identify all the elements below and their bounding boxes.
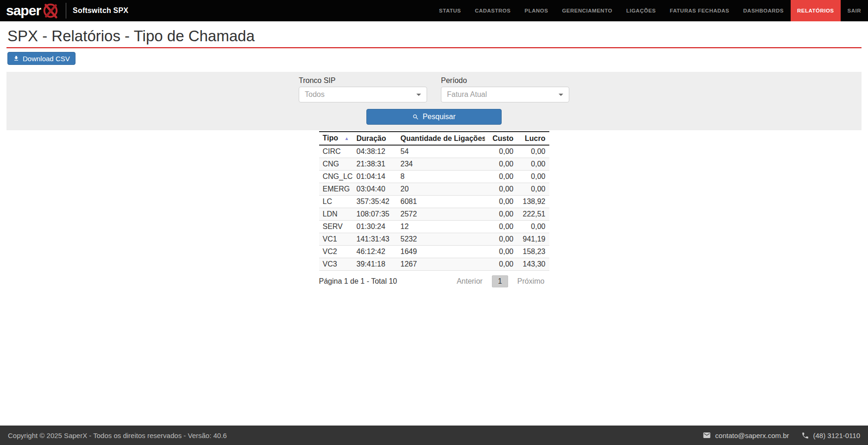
cell-lucro: 941,19 <box>517 233 549 246</box>
nav-item-dashboards[interactable]: DASHBOARDS <box>736 0 791 21</box>
column-header-tipo[interactable]: Tipo ▲ <box>319 132 353 145</box>
column-header-custo[interactable]: Custo <box>485 132 517 145</box>
main-content: SPX - Relatórios - Tipo de Chamada Downl… <box>0 27 868 287</box>
sort-asc-icon: ▲ <box>345 134 349 143</box>
cell-custo: 0,00 <box>485 208 517 221</box>
cell-custo: 0,00 <box>485 246 517 258</box>
periodo-label: Período <box>441 76 569 85</box>
chevron-down-icon <box>559 94 563 96</box>
column-header-quantidade[interactable]: Quantidade de Ligações <box>397 132 485 145</box>
cell-quantidade: 234 <box>397 158 485 171</box>
download-csv-button[interactable]: Download CSV <box>7 52 75 65</box>
filter-panel: Tronco SIP Todos Período Fatura Atual P <box>6 72 862 130</box>
phone-icon <box>801 432 809 439</box>
pagination-page-1-button[interactable]: 1 <box>492 275 508 287</box>
cell-custo: 0,00 <box>485 183 517 196</box>
cell-duracao: 108:07:35 <box>353 208 397 221</box>
download-csv-label: Download CSV <box>23 55 70 63</box>
top-navbar: saper Softswitch SPX STATUSCADASTROSPLAN… <box>0 0 868 21</box>
search-icon <box>412 114 419 121</box>
pagination-info: Página 1 de 1 - Total 10 <box>319 277 397 286</box>
search-button-label: Pesquisar <box>422 113 455 121</box>
cell-quantidade: 1649 <box>397 246 485 258</box>
nav-item-sair[interactable]: SAIR <box>841 0 868 21</box>
copyright-text: Copyright © 2025 SaperX - Todos os direi… <box>8 432 227 439</box>
cell-tipo: VC1 <box>319 233 353 246</box>
table-row: VC2 46:12:42 1649 0,00 158,23 <box>319 246 549 258</box>
cell-custo: 0,00 <box>485 233 517 246</box>
nav-item-gerenciamento[interactable]: GERENCIAMENTO <box>555 0 619 21</box>
table-row: SERV 01:30:24 12 0,00 0,00 <box>319 221 549 233</box>
cell-tipo: LDN <box>319 208 353 221</box>
table-row: VC3 39:41:18 1267 0,00 143,30 <box>319 258 549 271</box>
brand-divider <box>66 3 66 19</box>
table-header-row: Tipo ▲ Duração Quantidade de Ligações Cu… <box>319 132 549 145</box>
pagination-prev-button[interactable]: Anterior <box>452 276 487 287</box>
periodo-select[interactable]: Fatura Atual <box>441 87 569 102</box>
logo-text: saper <box>6 0 41 21</box>
cell-duracao: 21:38:31 <box>353 158 397 171</box>
footer: Copyright © 2025 SaperX - Todos os direi… <box>0 426 868 445</box>
cell-custo: 0,00 <box>485 221 517 233</box>
chevron-down-icon <box>416 94 421 96</box>
cell-tipo: CIRC <box>319 145 353 158</box>
nav-item-planos[interactable]: PLANOS <box>517 0 555 21</box>
table-row: CNG_LC 01:04:14 8 0,00 0,00 <box>319 171 549 183</box>
table-row: EMERG 03:04:40 20 0,00 0,00 <box>319 183 549 196</box>
footer-email-link[interactable]: contato@saperx.com.br <box>703 431 789 439</box>
cell-custo: 0,00 <box>485 158 517 171</box>
pagination-next-button[interactable]: Próximo <box>513 276 549 287</box>
cell-lucro: 0,00 <box>517 158 549 171</box>
nav-item-ligações[interactable]: LIGAÇÕES <box>619 0 663 21</box>
cell-tipo: EMERG <box>319 183 353 196</box>
download-icon <box>13 55 19 62</box>
cell-quantidade: 12 <box>397 221 485 233</box>
cell-tipo: CNG <box>319 158 353 171</box>
cell-duracao: 46:12:42 <box>353 246 397 258</box>
cell-quantidade: 8 <box>397 171 485 183</box>
cell-quantidade: 54 <box>397 145 485 158</box>
nav-item-status[interactable]: STATUS <box>432 0 468 21</box>
tronco-sip-field: Tronco SIP Todos <box>299 76 427 102</box>
report-table: Tipo ▲ Duração Quantidade de Ligações Cu… <box>319 131 549 271</box>
nav-item-relatórios[interactable]: RELATÓRIOS <box>791 0 841 21</box>
cell-quantidade: 6081 <box>397 196 485 208</box>
pagination: Página 1 de 1 - Total 10 Anterior 1 Próx… <box>319 275 549 287</box>
cell-custo: 0,00 <box>485 171 517 183</box>
periodo-field: Período Fatura Atual <box>441 76 569 102</box>
cell-tipo: SERV <box>319 221 353 233</box>
table-body: CIRC 04:38:12 54 0,00 0,00 CNG 21:38:31 … <box>319 145 549 271</box>
cell-quantidade: 5232 <box>397 233 485 246</box>
cell-lucro: 222,51 <box>517 208 549 221</box>
cell-quantidade: 1267 <box>397 258 485 271</box>
cell-duracao: 357:35:42 <box>353 196 397 208</box>
nav-item-faturas-fechadas[interactable]: FATURAS FECHADAS <box>663 0 736 21</box>
cell-custo: 0,00 <box>485 145 517 158</box>
tronco-sip-select[interactable]: Todos <box>299 87 427 102</box>
report-table-container: Tipo ▲ Duração Quantidade de Ligações Cu… <box>319 131 549 287</box>
footer-email-text: contato@saperx.com.br <box>715 432 789 439</box>
column-header-lucro[interactable]: Lucro <box>517 132 549 145</box>
cell-lucro: 0,00 <box>517 183 549 196</box>
saperx-logo[interactable]: saper Softswitch SPX <box>6 0 128 21</box>
nav-item-cadastros[interactable]: CADASTROS <box>468 0 517 21</box>
tronco-sip-value: Todos <box>305 90 416 99</box>
cell-lucro: 138,92 <box>517 196 549 208</box>
table-row: CIRC 04:38:12 54 0,00 0,00 <box>319 145 549 158</box>
cell-duracao: 01:04:14 <box>353 171 397 183</box>
search-button[interactable]: Pesquisar <box>366 109 502 125</box>
periodo-value: Fatura Atual <box>447 90 559 99</box>
footer-phone-link[interactable]: (48) 3121-0110 <box>801 432 860 439</box>
cell-custo: 0,00 <box>485 196 517 208</box>
cell-tipo: VC3 <box>319 258 353 271</box>
logo-x-icon <box>42 2 59 19</box>
cell-duracao: 03:04:40 <box>353 183 397 196</box>
nav-menu: STATUSCADASTROSPLANOSGERENCIAMENTOLIGAÇÕ… <box>432 0 868 21</box>
column-header-duracao[interactable]: Duração <box>353 132 397 145</box>
cell-duracao: 01:30:24 <box>353 221 397 233</box>
cell-lucro: 0,00 <box>517 221 549 233</box>
cell-duracao: 39:41:18 <box>353 258 397 271</box>
envelope-icon <box>703 431 711 439</box>
cell-lucro: 0,00 <box>517 145 549 158</box>
cell-duracao: 04:38:12 <box>353 145 397 158</box>
